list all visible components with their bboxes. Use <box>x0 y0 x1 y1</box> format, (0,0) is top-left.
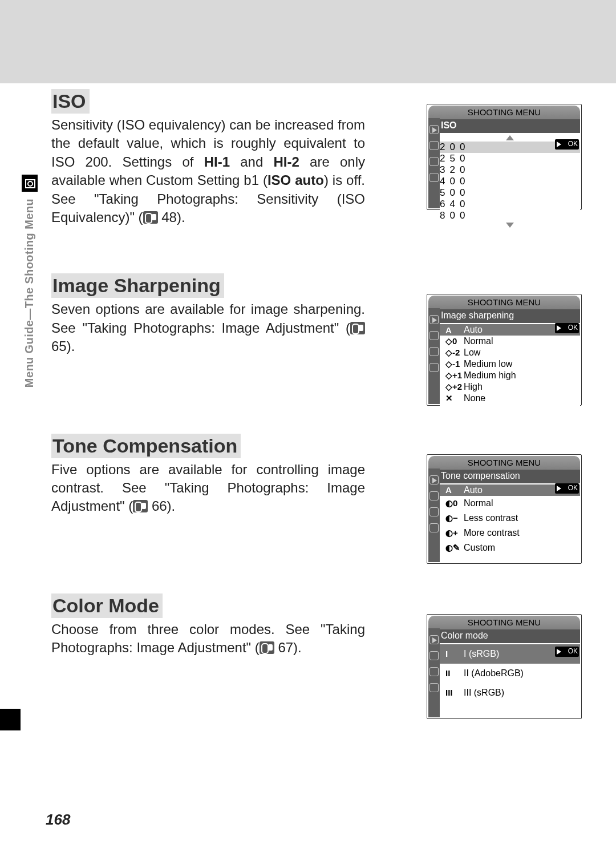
menu-item[interactable]: IIIIII (sRGB) <box>440 683 580 702</box>
v: 320 <box>440 164 580 176</box>
i: ◐+ <box>445 528 464 538</box>
menu-item[interactable]: ◐✎Custom <box>440 540 580 555</box>
v: More contrast <box>464 528 578 538</box>
menu-title: SHOOTING MENU <box>428 616 580 629</box>
play-icon <box>429 315 439 324</box>
ok-badge[interactable]: OK <box>555 647 579 657</box>
body-tone: Five options are available for controlli… <box>51 461 365 516</box>
menu-subtitle: Image sharpening <box>428 309 580 323</box>
v: Medium low <box>464 359 578 369</box>
side-tab-text: Menu Guide—The Shooting Menu <box>23 199 36 387</box>
section-color: Color Mode Choose from three color modes… <box>51 593 570 657</box>
v: 400 <box>440 176 580 187</box>
wrench-icon <box>429 683 439 692</box>
menu-item[interactable]: ◇-1Medium low <box>440 358 580 370</box>
v: Medium high <box>464 370 578 381</box>
body-sharpen: Seven options are available for image sh… <box>51 300 365 356</box>
menu-sidebar <box>428 469 440 562</box>
menu-item[interactable]: 640 <box>440 199 580 210</box>
i: I <box>445 649 464 659</box>
pencil-icon <box>429 347 439 356</box>
menu-item[interactable]: ◐−Less contrast <box>440 511 580 526</box>
menu-item[interactable]: ◇0Normal <box>440 336 580 347</box>
pencil-icon <box>429 507 439 516</box>
heading-sharpen: Image Sharpening <box>51 273 224 298</box>
t: 65). <box>51 338 75 354</box>
pencil-icon <box>429 667 439 676</box>
v: 250 <box>440 153 580 164</box>
t: 48). <box>158 209 185 225</box>
menu-item[interactable]: ◇+1Medium high <box>440 370 580 381</box>
i: ✕ <box>445 393 464 403</box>
section-tone: Tone Compensation Five options are avail… <box>51 434 570 516</box>
v: 800 <box>440 210 580 221</box>
i: ◐− <box>445 513 464 523</box>
v: 640 <box>440 199 580 210</box>
menu-sidebar <box>428 628 440 717</box>
v: II (AdobeRGB) <box>464 668 578 679</box>
menu-list: AAuto ◐0Normal ◐−Less contrast ◐+More co… <box>440 483 580 558</box>
body-color: Choose from three color modes. See "Taki… <box>51 620 365 657</box>
cam-icon <box>429 491 439 500</box>
menu-sidebar <box>428 308 440 404</box>
menu-item[interactable]: IIII (AdobeRGB) <box>440 664 580 683</box>
ok-badge[interactable]: OK <box>555 483 579 494</box>
page-ref-icon <box>260 641 274 654</box>
menu-tone: SHOOTING MENU Tone compensation AAuto ◐0… <box>427 454 582 564</box>
cam-icon <box>429 331 439 340</box>
side-marker <box>0 709 21 730</box>
i: ◇-2 <box>445 348 464 358</box>
menu-title: SHOOTING MENU <box>428 456 580 470</box>
camera-icon <box>22 175 38 192</box>
menu-item[interactable]: ◐+More contrast <box>440 526 580 540</box>
i: III <box>445 688 464 697</box>
menu-item[interactable]: ◐0Normal <box>440 496 580 511</box>
v: III (sRGB) <box>464 688 578 698</box>
menu-color: SHOOTING MENU Color mode II (sRGB) IIII … <box>427 614 582 719</box>
page-number: 168 <box>46 811 70 829</box>
i: II <box>445 668 464 678</box>
t: 66). <box>148 498 175 514</box>
cam-icon <box>429 141 439 150</box>
t-b: ISO auto <box>268 172 324 188</box>
wrench-icon <box>429 173 439 182</box>
menu-sidebar <box>428 118 440 208</box>
i: ◇+2 <box>445 382 464 392</box>
menu-item[interactable]: 250 <box>440 153 580 164</box>
menu-item[interactable]: 500 <box>440 187 580 199</box>
i: ◇0 <box>445 336 464 346</box>
menu-title: SHOOTING MENU <box>428 106 580 119</box>
i: A <box>445 325 464 335</box>
menu-list: AAuto ◇0Normal ◇-2Low ◇-1Medium low ◇+1M… <box>440 323 580 406</box>
menu-iso: SHOOTING MENU ISO 200 250 320 400 500 64… <box>427 104 582 210</box>
menu-sharpen: SHOOTING MENU Image sharpening AAuto ◇0N… <box>427 294 582 406</box>
menu-item[interactable]: ◇+2High <box>440 381 580 393</box>
play-icon <box>429 635 439 644</box>
menu-subtitle: Color mode <box>428 629 580 643</box>
v: 500 <box>440 187 580 199</box>
v: Custom <box>464 543 578 553</box>
v: Less contrast <box>464 513 578 523</box>
menu-title: SHOOTING MENU <box>428 296 580 309</box>
menu-item[interactable]: 800 <box>440 210 580 221</box>
cam-icon <box>429 651 439 660</box>
wrench-icon <box>429 523 439 532</box>
ok-badge[interactable]: OK <box>555 323 579 333</box>
menu-item[interactable]: 320 <box>440 164 580 176</box>
i: ◇+1 <box>445 370 464 381</box>
heading-iso: ISO <box>51 89 90 114</box>
t-b: HI-1 <box>204 154 230 169</box>
play-icon <box>429 125 439 134</box>
menu-item[interactable]: ✕None <box>440 393 580 404</box>
t: Choose from three color modes. See "Taki… <box>51 621 365 655</box>
page: Menu Guide—The Shooting Menu ISO Sensiti… <box>0 83 616 848</box>
t: Seven options are available for image sh… <box>51 301 365 335</box>
v: Low <box>464 348 578 358</box>
i: ◇-1 <box>445 359 464 369</box>
menu-item[interactable]: 400 <box>440 176 580 187</box>
heading-color: Color Mode <box>51 593 163 618</box>
v: None <box>464 393 578 403</box>
menu-item[interactable]: ◇-2Low <box>440 347 580 358</box>
t: Five options are available for controlli… <box>51 462 365 514</box>
ok-badge[interactable]: OK <box>555 139 579 150</box>
